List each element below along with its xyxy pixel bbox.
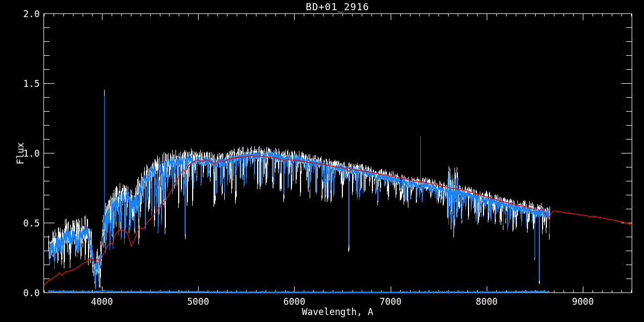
x-tick-label: 5000 — [174, 296, 222, 307]
x-tick-label: 7000 — [367, 296, 415, 307]
x-axis-title: Wavelength, A — [43, 306, 632, 317]
y-tick-label: 0.0 — [0, 288, 40, 298]
x-tick-label: 8000 — [463, 296, 511, 307]
spectrum-figure: BD+01_2916 Flux Wavelength, A 4000500060… — [0, 0, 644, 322]
y-tick-label: 1.0 — [0, 148, 40, 159]
chart-title: BD+01_2916 — [43, 1, 632, 12]
x-tick-label: 4000 — [78, 296, 126, 307]
x-tick-label: 9000 — [559, 296, 607, 307]
y-tick-label: 2.0 — [0, 9, 40, 19]
y-tick-label: 1.5 — [0, 78, 40, 89]
x-tick-label: 6000 — [270, 296, 318, 307]
spectrum-plot-canvas — [0, 0, 644, 322]
y-tick-label: 0.5 — [0, 218, 40, 229]
